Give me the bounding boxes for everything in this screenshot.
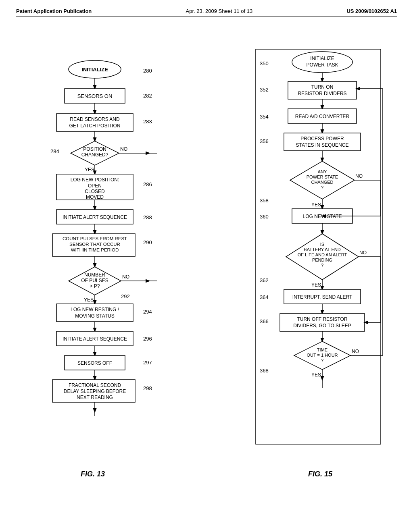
- yes1-label: YES: [85, 167, 94, 172]
- ref-294: 294: [143, 309, 152, 315]
- any-power-line3: CHANGED: [311, 180, 333, 185]
- sensors-off-label: SENSORS OFF: [77, 360, 112, 366]
- fig15-svg: 350 INITIALIZE POWER TASK 352 TURN ON RE…: [252, 29, 389, 464]
- turn-on-line2: RESISTOR DIVIDERS: [298, 91, 346, 96]
- time-out-line3: ?: [321, 358, 323, 363]
- page: Patent Application Publication Apr. 23, …: [0, 0, 413, 532]
- position-changed-line1: POSITION: [83, 146, 106, 152]
- turn-off-line2: DIVIDERS, GO TO SLEEP: [293, 323, 351, 328]
- initiate-alert1-label: INITIATE ALERT SEQUENCE: [63, 214, 127, 220]
- process-power-line2: STATES IN SEQUENCE: [296, 142, 349, 148]
- no3-label: NO: [355, 173, 363, 179]
- ref-288: 288: [143, 214, 152, 220]
- log-pos-line1: LOG NEW POSITION:: [71, 177, 119, 183]
- count-pulses-line1: COUNT PULSES FROM REST: [63, 236, 127, 241]
- header-right: US 2009/0102652 A1: [346, 8, 397, 14]
- header-center: Apr. 23, 2009 Sheet 11 of 13: [186, 8, 253, 14]
- yes5-label: YES: [311, 372, 321, 378]
- yes4-label: YES: [311, 282, 321, 288]
- ref-297: 297: [143, 360, 152, 366]
- ref-360: 360: [260, 214, 269, 220]
- is-battery-line4: PENDING: [312, 258, 332, 262]
- fig15-label: FIG. 15: [252, 470, 389, 478]
- fig15-diagram: 350 INITIALIZE POWER TASK 352 TURN ON RE…: [252, 29, 389, 478]
- no5-label: NO: [352, 349, 359, 354]
- fractional-line1: FRACTIONAL SECOND: [69, 382, 121, 388]
- ref-362: 362: [260, 277, 269, 283]
- fractional-line3: NEXT READING: [77, 395, 113, 400]
- is-battery-line1: IS: [320, 242, 324, 247]
- no1-label: NO: [120, 146, 127, 152]
- ref-350: 350: [260, 60, 269, 66]
- ref-298: 298: [143, 385, 152, 391]
- position-changed-line2: CHANGED?: [81, 152, 108, 158]
- count-pulses-line2: SENSOR THAT OCCUR: [69, 242, 120, 247]
- log-pos-line2: OPEN: [88, 183, 102, 189]
- header-left: Patent Application Publication: [16, 8, 92, 14]
- ref-366: 366: [260, 318, 269, 324]
- ref-364: 364: [260, 294, 269, 300]
- time-out-line1: TIME: [317, 347, 327, 352]
- init-power-line1: INITIALIZE: [310, 56, 334, 61]
- ref-286: 286: [143, 181, 152, 187]
- turn-off-line1: TURN OFF RESISTOR: [297, 316, 347, 322]
- ref-352: 352: [260, 87, 269, 93]
- diagrams-container: 280 INITIALIZE 282 SENSORS ON 283 READ S…: [16, 29, 397, 478]
- count-pulses-line3: WITHIN TIME PERIOD: [71, 247, 119, 252]
- log-new-state-label: LOG NEW STATE: [303, 214, 342, 219]
- num-pulses-line2: OF PULSES: [81, 278, 108, 283]
- ref-296: 296: [143, 336, 152, 342]
- ref-292: 292: [121, 293, 130, 299]
- ref-358: 358: [260, 197, 269, 204]
- is-battery-line2: BATTERY AT END: [304, 247, 340, 252]
- read-ad-label: READ A/D CONVERTER: [295, 114, 350, 119]
- interrupt-label: INTERRUPT, SEND ALERT: [292, 294, 353, 300]
- ref-368: 368: [260, 368, 269, 374]
- log-resting-line1: LOG NEW RESTING /: [71, 307, 119, 312]
- ref-282: 282: [143, 93, 152, 99]
- is-battery-line5: ?: [321, 263, 323, 268]
- log-pos-line4: MOVED: [86, 194, 104, 200]
- init-power-line2: POWER TASK: [307, 62, 338, 68]
- ref-284: 284: [50, 148, 59, 154]
- ref-290: 290: [143, 239, 152, 245]
- read-sensors-line2: GET LATCH POSITION: [69, 123, 121, 129]
- turn-on-line1: TURN ON: [311, 84, 334, 90]
- yes3-label: YES: [311, 202, 321, 208]
- no4-label: NO: [359, 250, 367, 256]
- page-header: Patent Application Publication Apr. 23, …: [16, 8, 397, 17]
- any-power-line4: ?: [321, 185, 323, 190]
- any-power-line1: ANY: [318, 169, 327, 174]
- is-battery-line3: OF LIFE AND AN ALERT: [298, 252, 347, 257]
- ref-356: 356: [260, 138, 269, 144]
- num-pulses-line1: NUMBER: [84, 272, 105, 278]
- yes2-label: YES: [84, 297, 94, 303]
- ref-283: 283: [143, 118, 152, 125]
- sensors-on-label: SENSORS ON: [77, 93, 113, 99]
- read-sensors-line1: READ SENSORS AND: [70, 116, 120, 122]
- log-pos-line3: CLOSED: [85, 189, 105, 194]
- ref-354: 354: [260, 114, 269, 120]
- time-out-line2: OUT = 1 HOUR: [307, 353, 338, 357]
- fig13-svg: 280 INITIALIZE 282 SENSORS ON 283 READ S…: [24, 29, 161, 464]
- log-resting-line2: MOVING STATUS: [75, 313, 115, 319]
- fig13-label: FIG. 13: [24, 470, 161, 478]
- fig13-diagram: 280 INITIALIZE 282 SENSORS ON 283 READ S…: [24, 29, 161, 478]
- num-pulses-line3: > P?: [90, 283, 100, 289]
- initialize-label: INITIALIZE: [81, 66, 108, 73]
- initiate-alert2-label: INITIATE ALERT SEQUENCE: [63, 336, 127, 342]
- fractional-line2: DELAY SLEEPING BEFORE: [64, 389, 126, 394]
- any-power-line2: POWER STATE: [307, 175, 338, 179]
- ref-280: 280: [143, 68, 152, 74]
- process-power-line1: PROCESS POWER: [300, 136, 344, 141]
- no2-label: NO: [122, 274, 129, 280]
